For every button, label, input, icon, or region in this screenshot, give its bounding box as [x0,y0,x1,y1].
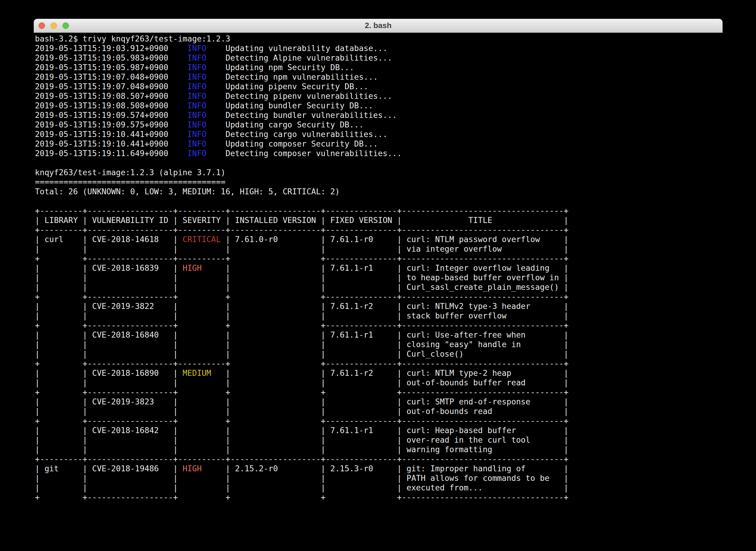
terminal-line: 2019-05-13T15:19:09.575+0900 INFO Updati… [35,120,723,129]
terminal-line: | | | | | | stack buffer overflow | [35,311,723,321]
terminal-line: | | | | | | out-of-bounds read | [35,407,723,416]
log-level-info: INFO [187,82,207,91]
log-message: Updating composer Security DB... [206,139,378,148]
terminal-line: | | CVE-2018-16839 | HIGH | | 7.61.1-r1 … [35,263,723,273]
table-border: + +------------------+ + +--------------… [35,292,569,301]
terminal-line [35,158,723,168]
log-level-info: INFO [187,101,207,110]
table-row: | | 7.61.1-r2 | curl: NTLM type-2 heap | [226,368,569,378]
table-row: | | | Curl_sasl_create_plain_message() | [226,283,569,292]
table-row: | | | curl: SMTP end-of-response | [226,397,569,406]
table-row: | | | over-read in the curl tool | [226,435,569,445]
terminal-line: 2019-05-13T15:19:07.048+0900 INFO Detect… [35,72,723,82]
log-message: Detecting Alpine vulnerabilities... [206,53,392,62]
table-row: | | | via integer overflow | [226,244,569,253]
terminal-line: +---------+------------------+----------… [35,206,723,215]
terminal-line: Total: 26 (UNKNOWN: 0, LOW: 3, MEDIUM: 1… [35,187,723,196]
terminal-line: 2019-05-13T15:19:10.441+0900 INFO Detect… [35,129,723,139]
shell-prompt: bash-3.2$ trivy knqyf263/test-image:1.2.… [35,34,230,43]
table-row: | | | PATH allows for commands to be | [226,473,569,483]
table-row [178,435,226,445]
terminal-line: | | | | | | Curl_sasl_create_plain_messa… [35,283,723,292]
table-row [178,283,226,292]
table-row: | 7.61.0-r0 | 7.61.1-r0 | curl: NTLM pas… [226,234,569,244]
terminal-line: 2019-05-13T15:19:08.508+0900 INFO Updati… [35,101,723,110]
table-border: + +------------------+ + +--------------… [35,321,569,330]
terminal-line: 2019-05-13T15:19:09.574+0900 INFO Detect… [35,110,723,120]
log-timestamp: 2019-05-13T15:19:07.048+0900 [35,82,187,91]
terminal-line: | | CVE-2018-16890 | MEDIUM | | 7.61.1-r… [35,368,723,378]
log-message: Updating vulnerability database... [206,44,387,53]
table-row: | | | Curl_close() | [226,349,569,359]
table-row: | | | to heap-based buffer overflow in | [226,273,569,282]
heading-underline: ======================================== [35,177,226,186]
table-row: | | CVE-2018-16840 | [35,330,178,340]
log-level-info: INFO [187,120,207,129]
table-row: | | CVE-2019-3822 | [35,302,178,311]
log-timestamp: 2019-05-13T15:19:07.048+0900 [35,72,187,81]
table-header: | LIBRARY | VULNERABILITY ID | SEVERITY … [35,215,569,225]
table-row [178,426,226,435]
terminal-line: | LIBRARY | VULNERABILITY ID | SEVERITY … [35,215,723,225]
log-level-info: INFO [187,139,207,148]
table-row: | | | [35,445,178,454]
table-row: | | | [35,407,178,416]
log-message: Detecting npm vulnerabilities... [206,72,378,81]
table-row: | | 7.61.1-r1 | curl: Heap-based buffer … [226,426,569,435]
table-row: | | | [35,378,178,387]
table-row [178,330,226,340]
terminal-line: +---------+------------------+----------… [35,225,723,234]
terminal-line: +---------+------------------+----------… [35,454,723,464]
table-row: | | | out-of-bounds buffer read | [226,378,569,387]
table-row: | | | [35,311,178,320]
terminal-screen[interactable]: bash-3.2$ trivy knqyf263/test-image:1.2.… [34,33,723,502]
table-row: | | | [35,283,178,292]
log-message: Updating pipenv Security DB... [206,82,368,91]
terminal-line: | | CVE-2018-16840 | | | 7.61.1-r1 | cur… [35,330,723,340]
table-row [178,244,226,253]
log-level-info: INFO [187,53,207,62]
terminal-line: 2019-05-13T15:19:07.048+0900 INFO Updati… [35,82,723,91]
table-row [178,407,226,416]
table-row: | | | [35,435,178,445]
vulnerability-summary: Total: 26 (UNKNOWN: 0, LOW: 3, MEDIUM: 1… [35,187,340,196]
terminal-line: | | | | | | Curl_close() | [35,349,723,359]
table-row: | | CVE-2018-16842 | [35,426,178,435]
table-border: + +------------------+----------+ +-----… [35,254,569,263]
log-timestamp: 2019-05-13T15:19:09.574+0900 [35,110,187,120]
log-message: Detecting pipenv vulnerabilities... [206,91,392,101]
table-row [178,311,226,320]
table-border: +---------+------------------+----------… [35,454,569,464]
terminal-line: | | CVE-2018-16842 | | | 7.61.1-r1 | cur… [35,426,723,435]
log-message: Updating bundler Security DB... [206,101,373,110]
table-row: | git | CVE-2018-19486 | [35,464,178,473]
terminal-line: + +------------------+----------+ +-----… [35,254,723,263]
terminal-line: | | CVE-2019-3822 | | | 7.61.1-r2 | curl… [35,302,723,311]
table-border: +---------+------------------+----------… [35,206,569,215]
scan-target: knqyf263/test-image:1.2.3 (alpine 3.7.1) [35,168,226,177]
severity-critical: CRITICAL [178,234,226,244]
table-row: | | 7.61.1-r1 | curl: Use-after-free whe… [226,330,569,340]
log-timestamp: 2019-05-13T15:19:05.983+0900 [35,53,187,62]
table-border: + +------------------+ + +--------------… [35,416,569,425]
terminal-line: 2019-05-13T15:19:11.649+0900 INFO Detect… [35,149,723,158]
table-row [178,473,226,483]
titlebar[interactable]: 2. bash [34,19,723,33]
table-row: | | | stack buffer overflow | [226,311,569,320]
table-row [178,397,226,406]
log-timestamp: 2019-05-13T15:19:08.508+0900 [35,101,187,110]
table-row: | | | [35,340,178,349]
table-row [178,483,226,492]
table-row: | | CVE-2019-3823 | [35,397,178,406]
terminal-window: 2. bash bash-3.2$ trivy knqyf263/test-im… [34,19,723,546]
terminal-line: + +------------------+ + + +------------… [35,388,723,397]
log-level-info: INFO [187,44,207,53]
table-row: | | 7.61.1-r2 | curl: NTLMv2 type-3 head… [226,302,569,311]
log-level-info: INFO [187,149,207,158]
terminal-line: + +------------------+----------+ +-----… [35,359,723,368]
table-row: | | | [35,273,178,282]
log-message: Updating cargo Security DB... [206,120,364,129]
table-row [178,273,226,282]
table-row [178,340,226,349]
table-row: | | | warning formatting | [226,445,569,454]
